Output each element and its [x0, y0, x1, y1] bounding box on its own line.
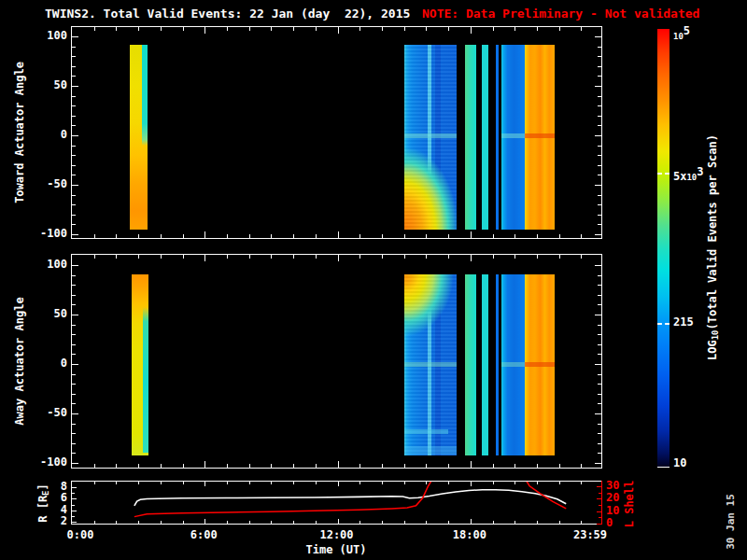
orbit-axis-ticks [72, 482, 601, 524]
axis-tick [537, 482, 538, 484]
axis-tick [72, 522, 77, 523]
axis-tick [271, 234, 272, 238]
axis-tick [72, 433, 76, 434]
lshell-axis-line [601, 481, 602, 525]
axis-tick [598, 204, 601, 205]
axis-tick [598, 215, 601, 216]
axis-tick [514, 482, 515, 484]
axis-tick [471, 519, 472, 524]
axis-tick [359, 482, 360, 484]
axis-tick [598, 443, 601, 444]
colorbar-tick-label: 5x103 [673, 165, 704, 183]
axis-tick [183, 255, 184, 259]
axis-tick [271, 464, 272, 468]
x-axis-tick-label: 18:00 [453, 528, 486, 541]
axis-tick [382, 27, 383, 31]
axis-tick [382, 464, 383, 468]
axis-tick [72, 146, 76, 147]
axis-tick [316, 27, 317, 31]
axis-tick [595, 36, 601, 37]
axis-tick [471, 255, 472, 261]
axis-tick [598, 175, 601, 175]
axis-tick [581, 255, 582, 259]
axis-tick [598, 66, 601, 67]
y-axis-tick-label: -100 [28, 455, 67, 469]
axis-tick [598, 453, 601, 454]
axis-tick [595, 86, 601, 87]
axis-tick [271, 482, 272, 484]
colorbar-axis-title: LOG10(Total Valid Events per Scan) [706, 134, 720, 360]
axis-tick [72, 315, 78, 315]
axis-tick [598, 374, 601, 375]
axis-tick [227, 464, 228, 468]
axis-tick [72, 275, 76, 276]
axis-tick [116, 234, 117, 238]
axis-tick [72, 374, 76, 375]
lshell-axis-tick-label: 0 [606, 516, 613, 529]
axis-tick [249, 464, 250, 468]
y-axis-tick-label: 100 [28, 258, 67, 271]
axis-tick [338, 231, 339, 238]
axis-tick [227, 255, 228, 259]
axis-tick [293, 255, 294, 259]
axis-tick [426, 234, 427, 238]
axis-tick [94, 521, 95, 524]
axis-tick [271, 521, 272, 524]
axis-tick [598, 334, 601, 335]
axis-tick [471, 231, 472, 238]
y-axis-tick-label: 0 [28, 128, 67, 141]
axis-tick [116, 27, 117, 31]
axis-tick [183, 521, 184, 524]
plot-date-stamp: 30 Jan 15 [725, 494, 737, 550]
axis-tick [598, 304, 601, 305]
axis-tick [316, 255, 317, 259]
axis-tick [72, 165, 76, 166]
axis-tick [161, 234, 162, 238]
axis-tick [138, 234, 139, 238]
axis-tick [581, 234, 582, 238]
axis-tick [598, 424, 601, 425]
axis-tick [559, 521, 560, 524]
axis-tick [595, 234, 601, 235]
axis-tick [404, 482, 405, 484]
axis-tick [138, 27, 139, 31]
axis-tick [448, 255, 449, 259]
axis-tick [293, 464, 294, 468]
axis-tick [293, 234, 294, 238]
axis-tick [514, 27, 515, 31]
axis-tick [293, 482, 294, 484]
axis-tick [493, 234, 494, 238]
axis-tick [316, 234, 317, 238]
axis-tick [426, 27, 427, 31]
axis-tick [94, 255, 95, 259]
axis-tick [116, 464, 117, 468]
axis-tick [426, 482, 427, 484]
axis-tick [598, 76, 601, 77]
axis-tick [448, 464, 449, 468]
axis-tick [271, 255, 272, 259]
axis-tick [204, 519, 205, 524]
axis-tick [404, 27, 405, 31]
r-axis-tick-label: 2 [28, 514, 67, 527]
axis-tick [448, 482, 449, 484]
axis-tick [72, 384, 76, 385]
y-axis-tick-label: -50 [28, 406, 67, 419]
axis-tick [404, 521, 405, 524]
axis-tick [493, 464, 494, 468]
axis-tick [138, 464, 139, 468]
axis-tick [559, 255, 560, 259]
axis-tick [204, 461, 205, 468]
axis-tick [338, 27, 339, 34]
axis-tick [448, 27, 449, 31]
axis-tick [116, 521, 117, 524]
axis-tick [581, 27, 582, 31]
axis-tick [514, 255, 515, 259]
axis-tick [72, 125, 76, 126]
lshell-axis-tick-label: 20 [606, 491, 619, 504]
axis-tick [72, 204, 76, 205]
axis-tick [72, 344, 76, 345]
axis-tick [72, 185, 78, 186]
axis-tick [183, 234, 184, 238]
axis-tick [249, 234, 250, 238]
y-axis-tick-label: 50 [28, 78, 67, 91]
